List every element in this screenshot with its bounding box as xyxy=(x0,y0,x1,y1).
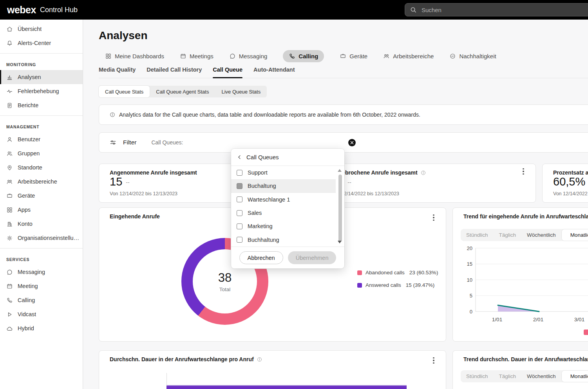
sidebar-item-label: Analysen xyxy=(18,74,41,80)
filter-icon xyxy=(109,139,117,146)
sidebar: Übersicht Alerts-Center MONITORING Analy… xyxy=(0,20,83,389)
checkbox-unchecked[interactable] xyxy=(237,196,242,202)
scroll-down-icon[interactable] xyxy=(338,241,342,243)
tab-label: Geräte xyxy=(349,53,367,59)
tab-meetings[interactable]: Meetings xyxy=(180,53,213,59)
option-buchaltung[interactable]: Buchaltung xyxy=(231,179,336,193)
option-support[interactable]: Support xyxy=(231,166,336,179)
sidebar-item-meeting[interactable]: Meeting xyxy=(0,279,83,293)
kebab-menu-icon[interactable] xyxy=(430,357,437,364)
sidebar-item-geraete[interactable]: Geräte xyxy=(0,189,83,203)
chat-icon xyxy=(229,53,236,59)
analytics-tabs: Meine Dashboards Meetings Messaging Call… xyxy=(105,50,496,62)
sidebar-item-uebersicht[interactable]: Übersicht xyxy=(0,22,83,36)
stat-card-title: Prozentsatz abgebrochener Anrufe xyxy=(553,169,588,176)
dropdown-header: Call Queues xyxy=(231,149,344,166)
sidebar-item-label: Benutzer xyxy=(18,136,40,142)
subtab-detailed-call-history[interactable]: Detailed Call History xyxy=(147,67,202,74)
apply-button[interactable]: Übernehmen xyxy=(288,251,337,264)
sidebar-item-standorte[interactable]: Standorte xyxy=(0,160,83,175)
segment-call-queue-stats[interactable]: Call Queue Stats xyxy=(99,86,150,97)
checkbox-unchecked[interactable] xyxy=(237,170,242,176)
sidebar-item-messaging[interactable]: Messaging xyxy=(0,265,83,279)
sidebar-item-label: Geräte xyxy=(18,193,35,199)
sidebar-item-organisationseinstellungen[interactable]: Organisationseinstellun... xyxy=(0,231,83,245)
cancel-button[interactable]: Abbrechen xyxy=(239,251,283,264)
info-icon[interactable] xyxy=(257,357,262,362)
option-warteschlange-1[interactable]: Warteschlange 1 xyxy=(231,193,336,206)
checkbox-unchecked[interactable] xyxy=(237,237,242,243)
interval-tab-taeglich[interactable]: Täglich xyxy=(494,370,522,382)
kebab-menu-icon[interactable] xyxy=(430,214,437,222)
dropdown-scrollbar[interactable] xyxy=(337,167,342,245)
tab-meine-dashboards[interactable]: Meine Dashboards xyxy=(105,53,164,59)
sidebar-item-label: Alerts-Center xyxy=(18,40,51,46)
search-input[interactable] xyxy=(422,7,570,13)
sidebar-item-label: Arbeitsbereiche xyxy=(18,178,57,185)
option-marketing[interactable]: Marketing xyxy=(231,220,336,233)
avg-queue-duration-card: Durchschn. Dauer in der Anrufwarteschlan… xyxy=(99,350,446,389)
clear-filter-button[interactable] xyxy=(348,139,356,146)
trend-interval-tabs: Stündlich Täglich Wöchentlich Monatlich xyxy=(461,370,588,382)
tab-calling[interactable]: Calling xyxy=(283,50,324,62)
sidebar-item-fehlerbehebung[interactable]: Fehlerbehebung xyxy=(0,84,83,98)
building-icon xyxy=(6,221,13,227)
tab-geraete[interactable]: Geräte xyxy=(340,53,367,59)
sidebar-item-konto[interactable]: Konto xyxy=(0,217,83,231)
stat-card-title: Angenommene Anrufe insgesamt xyxy=(110,169,197,176)
sidebar-item-apps[interactable]: Apps xyxy=(0,203,83,217)
sidebar-item-calling[interactable]: Calling xyxy=(0,293,83,307)
sidebar-item-label: Organisationseinstellun... xyxy=(18,235,80,241)
sidebar-item-alerts-center[interactable]: Alerts-Center xyxy=(0,36,83,50)
stat-value: 60,5% xyxy=(553,175,585,188)
stat-date-range: Von 12/14/2022 bis 12/13/2023 xyxy=(110,191,177,196)
horizontal-bar[interactable] xyxy=(166,385,407,389)
stat-date-range: Von 12/14/2022 bis 12/13/2023 xyxy=(553,191,588,196)
stat-value: 15 xyxy=(110,175,122,188)
workspace-icon xyxy=(383,53,390,59)
checkbox-checked[interactable] xyxy=(237,183,242,189)
interval-tab-stuendlich[interactable]: Stündlich xyxy=(461,370,494,382)
avg-duration-trend-card: Trend durchschn. Dauer in der Anrufwarte… xyxy=(452,350,588,389)
calling-subtabs: Media Quality Detailed Call History Call… xyxy=(99,67,588,78)
interval-tab-monatlich[interactable]: Monatlich xyxy=(561,370,588,382)
legend-value: 23 (60.53%) xyxy=(409,270,438,276)
subtab-media-quality[interactable]: Media Quality xyxy=(99,67,136,74)
sidebar-item-gruppen[interactable]: Gruppen xyxy=(0,146,83,160)
sidebar-item-vidcast[interactable]: Vidcast xyxy=(0,307,83,321)
checkbox-unchecked[interactable] xyxy=(237,223,242,229)
sidebar-item-hybrid[interactable]: Hybrid xyxy=(0,321,83,335)
info-icon[interactable] xyxy=(420,170,426,176)
workspace-icon xyxy=(6,178,13,185)
subtab-auto-attendant[interactable]: Auto-Attendant xyxy=(253,67,295,74)
sidebar-item-berichte[interactable]: Berichte xyxy=(0,98,83,112)
interval-tab-woechentlich[interactable]: Wöchentlich xyxy=(521,370,561,382)
phone-icon xyxy=(289,53,295,59)
subtab-call-queue[interactable]: Call Queue xyxy=(213,67,242,74)
legend-item-abandoned-calls[interactable]: Abandoned calls 23 (60.53%) xyxy=(357,270,438,276)
tab-label: Messaging xyxy=(239,53,268,59)
scrollbar-thumb[interactable] xyxy=(338,175,342,242)
sidebar-item-label: Konto xyxy=(18,221,33,227)
segment-live-queue-stats[interactable]: Live Queue Stats xyxy=(215,86,267,97)
kebab-menu-icon[interactable] xyxy=(520,167,527,175)
trend-legend-swatch[interactable] xyxy=(584,330,588,335)
legend-item-answered-calls[interactable]: Answered calls 15 (39.47%) xyxy=(357,282,438,288)
tab-nachhaltigkeit[interactable]: Nachhaltigkeit xyxy=(449,53,496,59)
option-sales[interactable]: Sales xyxy=(231,206,336,220)
segment-call-queue-agent-stats[interactable]: Call Queue Agent Stats xyxy=(150,86,215,97)
call-queues-dropdown: Call Queues Support Buchaltung Warteschl… xyxy=(231,149,344,268)
option-buchhaltung[interactable]: Buchhaltung xyxy=(231,233,336,246)
sidebar-item-benutzer[interactable]: Benutzer xyxy=(0,132,83,146)
sidebar-item-arbeitsbereiche[interactable]: Arbeitsbereiche xyxy=(0,175,83,189)
location-pin-icon xyxy=(6,164,13,171)
scroll-up-icon[interactable] xyxy=(338,169,342,172)
sidebar-item-analysen[interactable]: Analysen xyxy=(0,70,83,84)
tab-arbeitsbereiche[interactable]: Arbeitsbereiche xyxy=(383,53,434,59)
tab-messaging[interactable]: Messaging xyxy=(229,53,268,59)
checkbox-unchecked[interactable] xyxy=(237,210,242,216)
page-title: Analysen xyxy=(99,29,148,42)
filter-field-label[interactable]: Call Queues: xyxy=(151,139,183,146)
chevron-left-icon[interactable] xyxy=(237,154,242,160)
search-box[interactable] xyxy=(405,3,588,16)
